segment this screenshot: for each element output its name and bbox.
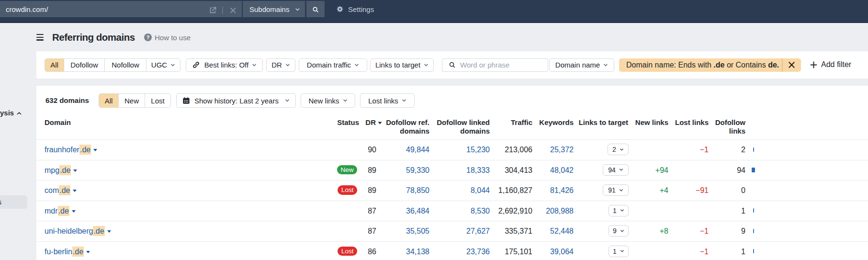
svg-text:?: ? [147, 34, 150, 40]
